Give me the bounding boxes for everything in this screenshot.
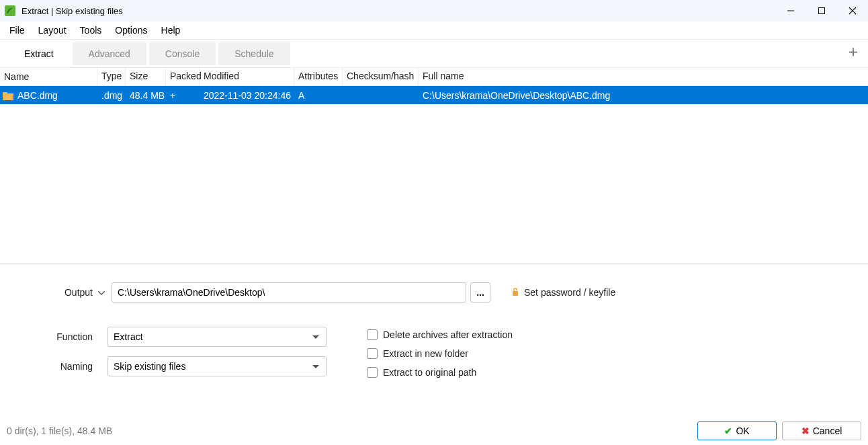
svg-rect-0	[5, 5, 15, 16]
status-text: 0 dir(s), 1 file(s), 48.4 MB	[7, 426, 112, 436]
lock-icon	[511, 287, 520, 298]
col-modified[interactable]: Modified	[200, 68, 294, 85]
file-icon	[3, 91, 13, 99]
svg-rect-2	[819, 8, 825, 14]
close-button[interactable]	[837, 0, 868, 22]
cell-name: ABC.dmg	[0, 88, 97, 103]
col-attributes[interactable]: Attributes	[294, 68, 343, 85]
naming-value: Skip existing files	[114, 361, 185, 372]
delete-archives-row[interactable]: Delete archives after extraction	[367, 329, 513, 340]
cell-packed: +	[166, 88, 200, 103]
tab-advanced[interactable]: Advanced	[73, 42, 146, 65]
cell-fullname: C:\Users\krama\OneDrive\Desktop\ABC.dmg	[419, 88, 614, 103]
cell-attributes: A	[294, 88, 343, 103]
file-table: Name Type Size Packed Modified Attribute…	[0, 68, 868, 104]
bottom-bar: 0 dir(s), 1 file(s), 48.4 MB ✔ OK ✖ Canc…	[0, 417, 868, 445]
table-header: Name Type Size Packed Modified Attribute…	[0, 68, 868, 86]
col-name[interactable]: Name	[0, 68, 97, 85]
menu-tools[interactable]: Tools	[73, 23, 109, 38]
tab-console[interactable]: Console	[149, 42, 216, 65]
extract-new-folder-checkbox[interactable]	[367, 348, 378, 359]
tab-bar: Extract Advanced Console Schedule	[0, 40, 868, 68]
naming-select[interactable]: Skip existing files	[107, 356, 327, 376]
output-path-input[interactable]	[112, 282, 466, 302]
cancel-label: Cancel	[813, 426, 842, 436]
cell-size: 48.4 MB	[126, 88, 166, 103]
minimize-button[interactable]	[775, 0, 806, 22]
cell-name-text: ABC.dmg	[17, 90, 58, 101]
x-icon: ✖	[801, 426, 810, 436]
check-icon: ✔	[724, 426, 732, 436]
cell-type: .dmg	[97, 88, 126, 103]
set-password-label: Set password / keyfile	[524, 287, 615, 298]
output-label: Output	[13, 287, 107, 298]
menu-options[interactable]: Options	[108, 23, 154, 38]
extract-options-panel: Output ... Set password / keyfile Functi…	[0, 282, 868, 386]
col-size[interactable]: Size	[126, 68, 166, 85]
naming-label: Naming	[13, 361, 107, 372]
function-row: Function Extract	[13, 327, 327, 347]
naming-row: Naming Skip existing files	[13, 356, 327, 376]
col-fullname[interactable]: Full name	[419, 68, 486, 85]
extract-orig-path-label: Extract to original path	[383, 367, 476, 378]
menu-bar: File Layout Tools Options Help	[0, 22, 868, 40]
window-title: Extract | Skip existing files	[21, 6, 123, 16]
menu-file[interactable]: File	[3, 23, 32, 38]
cancel-button[interactable]: ✖ Cancel	[782, 421, 861, 440]
menu-layout[interactable]: Layout	[32, 23, 73, 38]
title-bar: Extract | Skip existing files	[0, 0, 868, 22]
output-dropdown-icon[interactable]	[95, 288, 107, 296]
app-icon	[4, 5, 16, 17]
col-packed[interactable]: Packed	[166, 68, 200, 85]
cell-modified: 2022-11-03 20:24:46	[200, 88, 294, 103]
action-buttons: ✔ OK ✖ Cancel	[697, 421, 861, 440]
svg-rect-7	[513, 291, 518, 296]
extract-new-folder-row[interactable]: Extract in new folder	[367, 348, 513, 359]
window-controls	[775, 0, 868, 22]
function-label: Function	[13, 331, 107, 342]
maximize-button[interactable]	[806, 0, 837, 22]
ok-button[interactable]: ✔ OK	[697, 421, 777, 440]
extract-new-folder-label: Extract in new folder	[383, 348, 468, 359]
browse-button[interactable]: ...	[470, 282, 490, 302]
col-checksum[interactable]: Checksum/hash	[343, 68, 419, 85]
extract-orig-path-row[interactable]: Extract to original path	[367, 367, 513, 378]
output-row: Output ... Set password / keyfile	[13, 282, 855, 302]
ok-label: OK	[736, 426, 749, 436]
menu-help[interactable]: Help	[155, 23, 187, 38]
function-select[interactable]: Extract	[107, 327, 327, 347]
tab-schedule[interactable]: Schedule	[218, 42, 290, 65]
col-type[interactable]: Type	[97, 68, 126, 85]
set-password-link[interactable]: Set password / keyfile	[511, 287, 615, 298]
tab-extract[interactable]: Extract	[8, 42, 70, 65]
extract-orig-path-checkbox[interactable]	[367, 367, 378, 378]
delete-archives-label: Delete archives after extraction	[383, 329, 513, 340]
table-row[interactable]: ABC.dmg .dmg 48.4 MB + 2022-11-03 20:24:…	[0, 86, 868, 104]
delete-archives-checkbox[interactable]	[367, 329, 378, 340]
divider	[0, 264, 868, 264]
function-value: Extract	[114, 331, 143, 342]
add-tab-button[interactable]	[848, 46, 859, 60]
cell-checksum	[343, 93, 419, 97]
